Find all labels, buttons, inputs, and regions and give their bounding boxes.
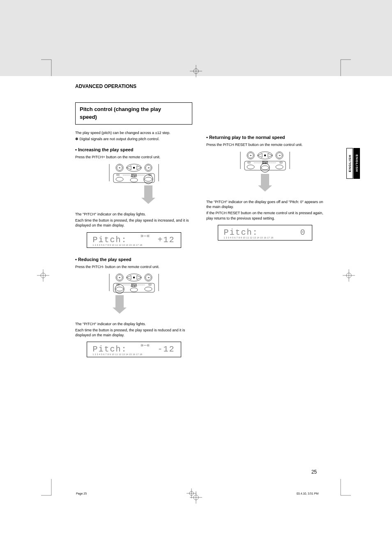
display-value: -12 bbox=[157, 345, 175, 354]
svg-point-88 bbox=[276, 165, 283, 169]
footer: Page 25 03.4.10, 3:51 PM bbox=[76, 488, 318, 498]
language-tabs: ENGLISH bbox=[346, 148, 353, 179]
svg-text:↠: ↠ bbox=[147, 166, 149, 169]
svg-text:↞: ↞ bbox=[118, 166, 120, 169]
display-label: Pitch: bbox=[93, 345, 127, 354]
svg-point-82 bbox=[261, 163, 270, 172]
feature-title-box: Pitch control (changing the play speed) bbox=[75, 102, 192, 125]
display-label: Pitch: bbox=[224, 228, 258, 237]
returning-heading: Returning play to the normal speed bbox=[206, 135, 323, 140]
page-number: 25 bbox=[311, 469, 317, 475]
display-reducing: Pitch: -12 1 2 3 4 5 6 7 8 9 10 11 12 13… bbox=[87, 342, 181, 357]
content-area: ADVANCED OPERATIONS Pitch control (chang… bbox=[75, 83, 322, 99]
crop-mark-top-right bbox=[339, 60, 351, 76]
intro-text: The play speed (pitch) can be changed ac… bbox=[75, 130, 192, 135]
scan-icon bbox=[141, 234, 150, 238]
svg-point-83 bbox=[261, 166, 269, 170]
language-tab-english-right: ENGLISH bbox=[353, 148, 360, 179]
svg-rect-72 bbox=[264, 155, 266, 156]
svg-point-33 bbox=[116, 177, 123, 181]
svg-text:−: − bbox=[118, 174, 118, 176]
footer-right: 03.4.10, 3:51 PM bbox=[297, 492, 318, 495]
registration-mark-right bbox=[343, 269, 355, 282]
track-numbers: 1 2 3 4 5 6 7 8 9 10 11 12 13 14 15 16 1… bbox=[93, 353, 175, 356]
display-returning: Pitch: 0 1 2 3 4 5 6 7 8 9 10 11 12 13 1… bbox=[218, 225, 312, 240]
remote-figure-returning: ↞ ↠ − PITCH RESET + bbox=[230, 150, 300, 194]
returning-instruction: Press the PITCH RESET button on the remo… bbox=[206, 142, 323, 147]
remote-figure-increasing: ↞ ↠ − PITCH RESET + bbox=[99, 163, 169, 206]
svg-text:↞: ↞ bbox=[249, 154, 251, 157]
crop-mark-top-left bbox=[41, 60, 53, 76]
increasing-desc-1: The "PITCH" indicator on the display lig… bbox=[75, 212, 192, 217]
feature-title-line2: speed) bbox=[80, 114, 97, 120]
increasing-heading: Increasing the play speed bbox=[75, 147, 192, 152]
svg-point-79 bbox=[247, 165, 254, 169]
returning-desc-1: The "PITCH" indicator on the display goe… bbox=[206, 199, 323, 209]
svg-text:↠: ↠ bbox=[278, 154, 280, 157]
feature-title-line1: Pitch control (changing the play bbox=[80, 106, 161, 112]
language-tab-label: ENGLISH bbox=[348, 155, 352, 172]
svg-text:↞: ↞ bbox=[118, 276, 120, 279]
svg-text:RESET: RESET bbox=[262, 162, 268, 164]
language-tab-english-left: ENGLISH bbox=[346, 148, 353, 179]
intro-note: Digital signals are not output during pi… bbox=[75, 136, 192, 141]
scan-icon bbox=[141, 343, 150, 347]
display-label: Pitch: bbox=[93, 235, 127, 245]
registration-mark-left bbox=[37, 269, 49, 282]
crop-mark-bottom-left bbox=[41, 479, 53, 495]
svg-text:+: + bbox=[150, 284, 150, 285]
footer-left: Page 25 bbox=[76, 492, 87, 495]
svg-point-42 bbox=[145, 177, 152, 181]
language-tabs-2: ENGLISH bbox=[353, 148, 360, 179]
returning-desc-2: If the PITCH RESET button on the remote … bbox=[206, 210, 323, 220]
section-heading: ADVANCED OPERATIONS bbox=[75, 83, 322, 89]
language-tab-label: ENGLISH bbox=[355, 155, 359, 172]
page: ENGLISH ENGLISH ADVANCED OPERATIONS Pitc… bbox=[0, 0, 392, 555]
svg-point-65 bbox=[145, 287, 152, 291]
svg-point-57 bbox=[116, 287, 123, 291]
reducing-desc-2: Each time the button is pressed, the pla… bbox=[75, 328, 192, 338]
display-value: 0 bbox=[300, 228, 306, 237]
registration-mark-footer bbox=[187, 488, 196, 498]
svg-text:−: − bbox=[249, 162, 249, 164]
right-column: Returning play to the normal speed Press… bbox=[206, 102, 323, 243]
increasing-instruction: Press the PITCH+ button on the remote co… bbox=[75, 155, 192, 160]
svg-rect-26 bbox=[133, 167, 135, 169]
reducing-desc-1: The "PITCH" indicator on the display lig… bbox=[75, 321, 192, 326]
track-numbers: 1 2 3 4 5 6 7 8 9 10 11 12 13 14 15 16 1… bbox=[93, 244, 175, 246]
svg-point-36 bbox=[130, 178, 138, 182]
svg-point-60 bbox=[130, 288, 138, 292]
increasing-desc-2: Each time the button is pressed, the pla… bbox=[75, 218, 192, 228]
svg-text:+: + bbox=[281, 162, 281, 164]
track-numbers: 1 2 3 4 5 6 7 8 9 10 11 12 13 14 15 16 1… bbox=[224, 236, 306, 239]
display-increasing: Pitch: +12 1 2 3 4 5 6 7 8 9 10 11 12 13… bbox=[87, 232, 181, 248]
svg-rect-49 bbox=[133, 277, 135, 278]
svg-text:RESET: RESET bbox=[131, 285, 137, 287]
remote-figure-reducing: ↞ ↠ − PITCH RESET + bbox=[99, 273, 169, 316]
svg-text:RESET: RESET bbox=[131, 176, 137, 178]
crop-mark-bottom-right bbox=[339, 479, 351, 495]
registration-mark-top bbox=[190, 65, 202, 77]
left-column: Pitch control (changing the play speed) … bbox=[75, 102, 192, 360]
svg-text:↠: ↠ bbox=[147, 276, 149, 279]
display-value: +12 bbox=[157, 235, 175, 245]
reducing-instruction: Press the PITCH- button on the remote co… bbox=[75, 264, 192, 269]
reducing-heading: Reducing the play speed bbox=[75, 257, 192, 262]
